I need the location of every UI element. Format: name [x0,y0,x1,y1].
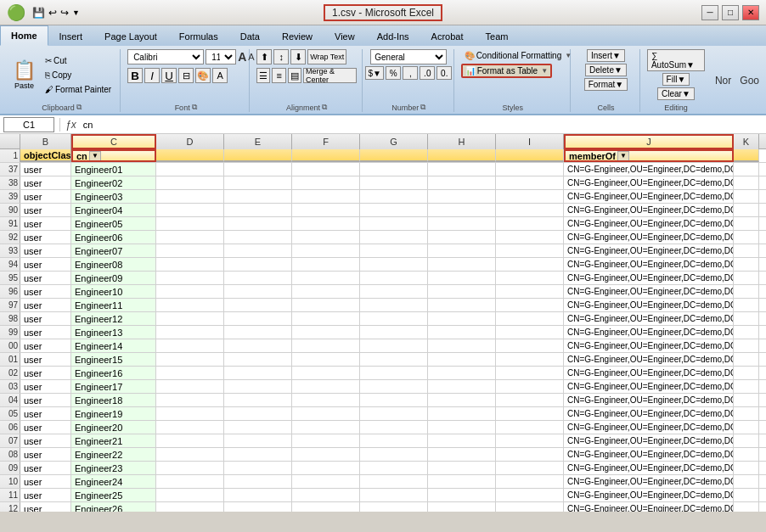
cell-I[interactable] [496,312,564,325]
cell-F[interactable] [292,380,360,393]
cell-K[interactable] [734,258,759,271]
col-header-E[interactable]: E [224,134,292,149]
cell-K[interactable] [734,502,759,512]
tab-insert[interactable]: Insert [48,25,94,46]
cell-F[interactable] [292,231,360,244]
col-header-B[interactable]: B [20,134,71,149]
cell-E[interactable] [224,489,292,501]
cell-J[interactable]: CN=G-Engineer,OU=Engineer,DC=demo,DC=loc… [564,299,734,311]
cell-F[interactable] [292,204,360,216]
maximize-button[interactable]: □ [722,5,739,20]
cell-H[interactable] [428,394,496,406]
cell-F[interactable] [292,434,360,447]
cell-C[interactable]: Engineer05 [71,217,156,230]
cell-D[interactable] [156,285,224,298]
cell-E[interactable] [224,204,292,216]
cell-K[interactable] [734,380,759,393]
cell-B[interactable]: user [20,448,71,461]
autosum-btn[interactable]: ∑ AutoSum▼ [647,49,705,71]
cell-G[interactable] [360,407,428,420]
cell-G[interactable] [360,204,428,216]
cell-E[interactable] [224,272,292,284]
conditional-formatting-button[interactable]: 🎨 Conditional Formatting ▼ [461,49,576,62]
cell-K[interactable] [734,217,759,230]
cell-H[interactable] [428,299,496,311]
cell-F[interactable] [292,312,360,325]
cell-B[interactable]: user [20,353,71,366]
col-header-J[interactable]: J [564,134,734,149]
align-bottom-btn[interactable]: ⬇ [290,49,306,64]
cell-C[interactable]: Engineer06 [71,231,156,244]
cell-K[interactable] [734,367,759,379]
cell-G[interactable] [360,380,428,393]
cell-H[interactable] [428,462,496,474]
tab-view[interactable]: View [324,25,366,46]
cell-B[interactable]: user [20,339,71,352]
border-btn[interactable]: ⊟ [178,68,194,83]
align-top-btn[interactable]: ⬆ [256,49,272,64]
cell-C[interactable]: Engineer10 [71,285,156,298]
cell-H[interactable] [428,204,496,216]
cell-G[interactable] [360,258,428,271]
cell-G[interactable] [360,353,428,366]
cell-1I[interactable] [496,149,564,162]
paste-button[interactable]: 📋 Paste [8,59,40,92]
cell-J[interactable]: CN=G-Engineer,OU=Engineer,DC=demo,DC=loc… [564,176,734,189]
cell-G[interactable] [360,163,428,176]
col-header-F[interactable]: F [292,134,360,149]
cell-I[interactable] [496,163,564,176]
cell-C[interactable]: Engineer21 [71,434,156,447]
cell-G[interactable] [360,489,428,501]
cell-E[interactable] [224,231,292,244]
cell-F[interactable] [292,339,360,352]
cell-I[interactable] [496,434,564,447]
cell-H[interactable] [428,272,496,284]
cell-I[interactable] [496,231,564,244]
cell-G[interactable] [360,434,428,447]
cell-F[interactable] [292,244,360,257]
cell-K[interactable] [734,407,759,420]
cell-K[interactable] [734,299,759,311]
cell-D[interactable] [156,394,224,406]
cell-E[interactable] [224,176,292,189]
cell-J[interactable]: CN=G-Engineer,OU=Engineer,DC=demo,DC=loc… [564,448,734,461]
cell-B[interactable]: user [20,367,71,379]
cell-I[interactable] [496,394,564,406]
cell-D[interactable] [156,353,224,366]
cell-F[interactable] [292,448,360,461]
cell-B[interactable]: user [20,502,71,512]
cell-H[interactable] [428,407,496,420]
cell-K[interactable] [734,163,759,176]
cell-G[interactable] [360,339,428,352]
tab-team[interactable]: Team [475,25,520,46]
cell-I[interactable] [496,502,564,512]
cell-B[interactable]: user [20,407,71,420]
cell-I[interactable] [496,489,564,501]
percent-btn[interactable]: % [386,66,401,80]
filter-btn-C[interactable]: ▼ [89,151,101,161]
cell-D[interactable] [156,367,224,379]
cell-C[interactable]: Engineer09 [71,272,156,284]
tab-review[interactable]: Review [271,25,324,46]
font-grow-btn[interactable]: A [238,50,246,64]
cell-1F[interactable] [292,149,360,162]
col-header-I[interactable]: I [496,134,564,149]
insert-cells-btn[interactable]: Insert▼ [587,49,625,62]
align-middle-btn[interactable]: ↕ [273,49,289,64]
font-name-select[interactable]: Calibri [127,49,204,64]
cell-H[interactable] [428,502,496,512]
cell-I[interactable] [496,299,564,311]
cell-B[interactable]: user [20,176,71,189]
cell-E[interactable] [224,380,292,393]
cell-1C[interactable]: cn ▼ [71,149,156,162]
cell-J[interactable]: CN=G-Engineer,OU=Engineer,DC=demo,DC=loc… [564,434,734,447]
col-header-G[interactable]: G [360,134,428,149]
cell-K[interactable] [734,489,759,501]
cell-F[interactable] [292,176,360,189]
cell-F[interactable] [292,394,360,406]
fill-color-btn[interactable]: 🎨 [195,68,211,83]
cell-J[interactable]: CN=G-Engineer,OU=Engineer,DC=demo,DC=loc… [564,462,734,474]
cell-E[interactable] [224,475,292,488]
cell-D[interactable] [156,163,224,176]
cell-F[interactable] [292,367,360,379]
